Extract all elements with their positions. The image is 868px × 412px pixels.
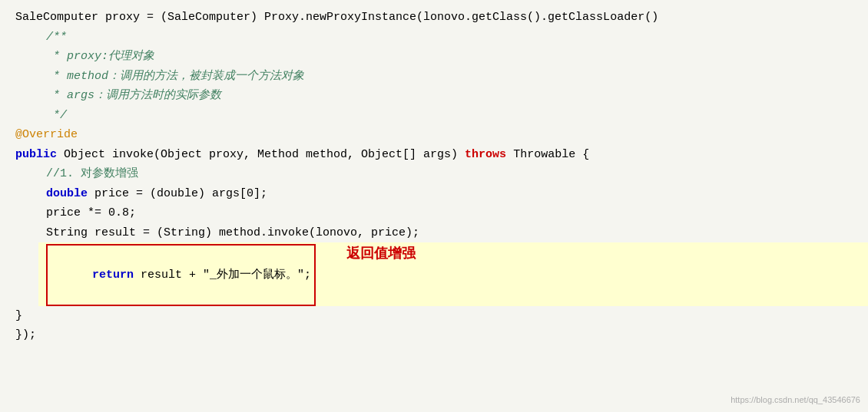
code-line-8: public Object invoke(Object proxy, Metho… <box>8 145 868 165</box>
line1-text: SaleComputer proxy = (SaleComputer) Prox… <box>15 8 658 28</box>
double-keyword: double <box>46 184 88 204</box>
closing-bracket: }); <box>15 325 36 345</box>
code-line-1: SaleComputer proxy = (SaleComputer) Prox… <box>8 8 868 28</box>
line5-comment: * args：调用方法时的实际参数 <box>46 86 221 106</box>
line10-rest: price = (double) args[0]; <box>88 184 267 204</box>
code-line-15: }); <box>8 325 868 345</box>
line4-comment: * method：调用的方法，被封装成一个方法对象 <box>46 67 304 87</box>
line12-text: String result = (String) method.invoke(l… <box>46 223 419 243</box>
line3-comment: * proxy:代理对象 <box>46 47 154 67</box>
code-line-6: */ <box>38 106 868 126</box>
line2-comment: /** <box>46 28 67 48</box>
code-line-5: * args：调用方法时的实际参数 <box>38 86 868 106</box>
inline-comment: //1. 对参数增强 <box>46 164 138 184</box>
return-statement: return result + "_外加一个鼠标。"; <box>46 244 316 306</box>
code-container: SaleComputer proxy = (SaleComputer) Prox… <box>0 0 868 412</box>
return-keyword: return <box>92 269 134 282</box>
public-keyword: public <box>15 145 57 165</box>
code-line-9: //1. 对参数增强 <box>38 164 868 184</box>
line13-rest: result + "_外加一个鼠标。"; <box>134 269 311 282</box>
closing-brace: } <box>15 306 22 326</box>
code-line-14: } <box>8 306 868 326</box>
line11-text: price *= 0.8; <box>46 203 136 223</box>
code-line-7: @Override <box>8 125 868 145</box>
code-line-11: price *= 0.8; <box>38 203 868 223</box>
line6-comment: */ <box>46 106 67 126</box>
watermark: https://blog.csdn.net/qq_43546676 <box>731 395 860 404</box>
code-line-12: String result = (String) method.invoke(l… <box>38 223 868 243</box>
code-line-3: * proxy:代理对象 <box>38 47 868 67</box>
return-label: 返回值增强 <box>346 242 416 266</box>
code-line-2: /** <box>38 28 868 48</box>
code-line-10: double price = (double) args[0]; <box>38 184 868 204</box>
code-line-4: * method：调用的方法，被封装成一个方法对象 <box>38 67 868 87</box>
override-annotation: @Override <box>15 125 78 145</box>
code-line-13: return result + "_外加一个鼠标。"; 返回值增强 <box>38 242 868 306</box>
line8-end: Throwable { <box>506 145 589 165</box>
line8-rest: Object invoke(Object proxy, Method metho… <box>57 145 465 165</box>
throws-keyword: throws <box>465 145 506 165</box>
